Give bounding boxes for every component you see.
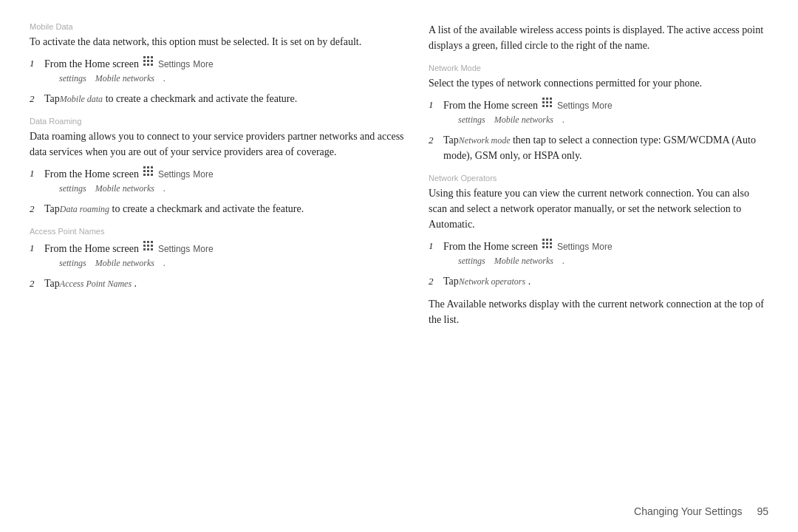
subline-networks: Mobile networks [494,113,553,126]
step-suffix: . [525,276,531,287]
home-screen-text: From the Home screen [443,98,538,113]
subline-networks: Mobile networks [95,182,154,195]
grid-icon [143,166,154,177]
settings-keyword: Settings [557,240,589,253]
step-suffix: . [132,278,137,289]
subline: settings Mobile networks . [59,182,214,195]
subline-dot: . [562,254,565,267]
more-keyword: More [592,240,612,253]
subline: settings Mobile networks . [59,256,214,270]
subline-networks: Mobile networks [95,72,154,85]
subline-settings: settings [458,254,485,267]
footer: Changing Your Settings 95 [634,505,768,517]
svg-rect-7 [147,64,149,66]
wifi-intro-section: A list of the available wireless access … [429,22,768,53]
tap-text: Tap [443,134,459,146]
more-keyword: More [193,58,213,71]
step-line: From the Home screen [44,166,214,182]
network-mode-step1: 1 From the Home screen [429,97,768,131]
svg-rect-15 [143,174,146,176]
network-operators-italic: Network operators [459,276,525,287]
svg-rect-31 [546,101,548,103]
svg-rect-1 [147,56,149,58]
svg-rect-28 [546,98,548,100]
step-content: From the Home screen [44,55,214,89]
mobile-data-step2: 2 TapMobile data to create a checkmark a… [30,91,406,106]
step-num: 1 [30,241,38,256]
svg-rect-12 [143,170,146,172]
svg-rect-22 [147,245,149,247]
network-operators-body2: The Available networks display with the … [429,296,768,327]
subline: settings Mobile networks . [458,113,613,126]
svg-rect-13 [147,170,149,172]
access-point-step1: 1 From the Home screen [30,240,406,274]
home-screen-text: From the Home screen [443,239,538,254]
data-roaming-italic: Data roaming [60,204,109,214]
network-operators-steps: 1 From the Home screen [429,238,768,289]
network-mode-title: Network Mode [429,64,768,72]
svg-rect-18 [143,241,146,243]
grid-icon [542,97,553,109]
subline-dot: . [562,113,565,126]
step-num: 2 [30,276,38,291]
svg-rect-21 [143,245,146,247]
svg-rect-10 [147,166,149,168]
svg-rect-34 [546,105,548,107]
step-num: 1 [429,239,437,253]
svg-rect-25 [147,248,149,250]
svg-rect-2 [151,56,153,58]
step-content: From the Home screen [44,240,214,274]
step-content: TapMobile data to create a checkmark and… [44,91,297,106]
step-suffix: to create a checkmark and activate the f… [103,93,297,104]
svg-rect-32 [550,101,552,103]
mobile-data-section: Mobile Data To activate the data network… [30,22,406,106]
step-num: 2 [30,92,38,106]
step-content: TapNetwork operators . [443,273,531,289]
more-keyword: More [193,168,213,181]
svg-rect-9 [143,166,146,168]
access-point-section: Access Point Names 1 From the Home scree… [30,227,406,291]
subline: settings Mobile networks . [59,72,214,85]
step-content: From the Home screen [44,166,214,200]
home-screen-text: From the Home screen [44,241,139,256]
step-num: 2 [429,274,437,289]
subline-dot: . [163,256,166,270]
step-content: TapNetwork mode then tap to select a con… [443,132,768,163]
apn-italic: Access Point Names [60,279,132,289]
svg-rect-42 [542,246,545,248]
access-point-steps: 1 From the Home screen [30,240,406,291]
access-point-title: Access Point Names [30,227,406,236]
data-roaming-step2: 2 TapData roaming to create a checkmark … [30,201,406,216]
step-content: From the Home screen [443,97,613,131]
svg-rect-39 [542,242,545,245]
step-content: From the Home screen [443,238,613,272]
data-roaming-step1: 1 From the Home screen [30,166,406,200]
svg-rect-16 [147,174,149,176]
step-content: TapData roaming to create a checkmark an… [44,201,304,216]
network-mode-body: Select the types of network connections … [429,75,768,91]
subline-dot: . [163,72,166,85]
more-keyword: More [592,99,612,112]
network-mode-italic: Network mode [459,135,511,146]
svg-rect-0 [143,56,146,58]
data-roaming-body: Data roaming allows you to connect to yo… [30,129,406,160]
svg-rect-41 [550,242,552,245]
svg-rect-3 [143,60,146,62]
grid-icon [143,240,154,252]
svg-rect-17 [151,174,153,176]
tap-text: Tap [443,276,459,287]
subline-dot: . [163,182,166,195]
svg-rect-37 [546,239,548,241]
svg-rect-24 [143,248,146,250]
mobile-data-steps: 1 From the Home screen [30,55,406,106]
settings-keyword: Settings [158,58,190,71]
svg-rect-23 [151,245,153,247]
network-operators-title: Network Operators [429,174,768,183]
mobile-data-step1: 1 From the Home screen [30,55,406,89]
data-roaming-steps: 1 From the Home screen [30,166,406,216]
svg-rect-20 [151,241,153,243]
svg-rect-5 [151,60,153,62]
footer-page-number: 95 [757,505,768,517]
mobile-data-italic: Mobile data [60,94,103,104]
step-line: From the Home screen [443,97,613,113]
